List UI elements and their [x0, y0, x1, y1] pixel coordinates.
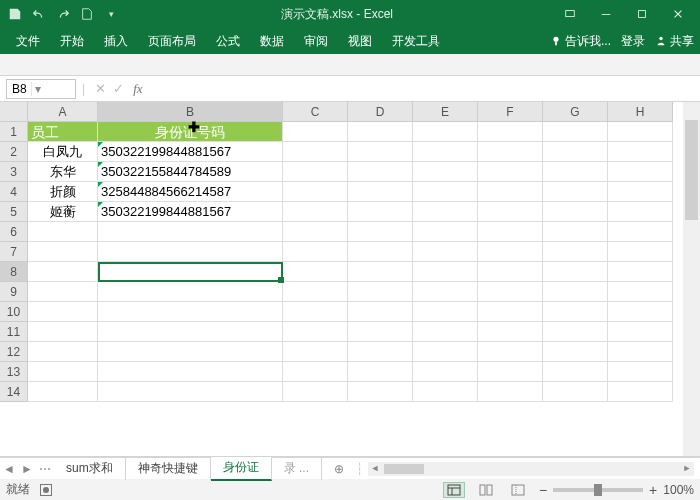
qat-more-icon[interactable]: ▾ — [100, 3, 122, 25]
row-header[interactable]: 1 — [0, 122, 28, 142]
cell[interactable]: 姬蘅 — [28, 202, 98, 222]
sheet-tab[interactable]: 录 ... — [272, 457, 322, 480]
row-header[interactable]: 6 — [0, 222, 28, 242]
name-box-dropdown-icon[interactable]: ▾ — [31, 82, 45, 96]
cell[interactable] — [478, 122, 543, 142]
row-header[interactable]: 13 — [0, 362, 28, 382]
select-all-corner[interactable] — [0, 102, 28, 122]
row-header[interactable]: 12 — [0, 342, 28, 362]
cell[interactable] — [543, 122, 608, 142]
cell[interactable] — [413, 182, 478, 202]
scroll-left-icon[interactable]: ◄ — [368, 462, 382, 476]
cell[interactable]: 350322155844784589 — [98, 162, 283, 182]
undo-icon[interactable] — [28, 3, 50, 25]
cell[interactable] — [608, 162, 673, 182]
row-header[interactable]: 7 — [0, 242, 28, 262]
row-header[interactable]: 5 — [0, 202, 28, 222]
tab-nav-prev-icon[interactable]: ◄ — [0, 462, 18, 476]
row-header[interactable]: 9 — [0, 282, 28, 302]
tab-developer[interactable]: 开发工具 — [382, 28, 450, 54]
share-button[interactable]: 共享 — [655, 33, 694, 50]
row-header[interactable]: 2 — [0, 142, 28, 162]
cell[interactable] — [413, 162, 478, 182]
cell[interactable]: 白凤九 — [28, 142, 98, 162]
cell[interactable] — [283, 122, 348, 142]
cell[interactable]: 325844884566214587 — [98, 182, 283, 202]
tab-nav-more-icon[interactable]: ⋯ — [36, 462, 54, 476]
new-file-icon[interactable] — [76, 3, 98, 25]
cell[interactable] — [543, 142, 608, 162]
cell[interactable] — [283, 182, 348, 202]
redo-icon[interactable] — [52, 3, 74, 25]
view-normal-icon[interactable] — [443, 482, 465, 498]
col-header-E[interactable]: E — [413, 102, 478, 122]
sheet-tab[interactable]: sum求和 — [54, 457, 126, 480]
scroll-thumb[interactable] — [384, 464, 424, 474]
cell[interactable]: 350322199844881567 — [98, 202, 283, 222]
ribbon-options-icon[interactable] — [552, 0, 588, 28]
view-pagebreak-icon[interactable] — [507, 482, 529, 498]
tab-review[interactable]: 审阅 — [294, 28, 338, 54]
col-header-H[interactable]: H — [608, 102, 673, 122]
row-header[interactable]: 3 — [0, 162, 28, 182]
minimize-button[interactable] — [588, 0, 624, 28]
cell[interactable] — [348, 162, 413, 182]
cell[interactable] — [283, 162, 348, 182]
cell[interactable] — [478, 142, 543, 162]
sheet-tab-active[interactable]: 身份证 — [211, 456, 272, 481]
accept-formula-icon[interactable]: ✓ — [109, 81, 127, 96]
vertical-scrollbar[interactable] — [683, 102, 700, 456]
tab-nav-next-icon[interactable]: ► — [18, 462, 36, 476]
view-pagelayout-icon[interactable] — [475, 482, 497, 498]
col-header-D[interactable]: D — [348, 102, 413, 122]
row-header[interactable]: 8 — [0, 262, 28, 282]
cell[interactable]: 员工 — [28, 122, 98, 142]
cell[interactable] — [413, 142, 478, 162]
cell[interactable] — [478, 182, 543, 202]
zoom-out-button[interactable]: − — [539, 482, 547, 498]
col-header-C[interactable]: C — [283, 102, 348, 122]
macro-record-icon[interactable] — [40, 484, 52, 496]
cell[interactable] — [283, 142, 348, 162]
cell[interactable] — [348, 202, 413, 222]
scroll-right-icon[interactable]: ► — [680, 462, 694, 476]
cell[interactable] — [543, 162, 608, 182]
cell[interactable] — [413, 202, 478, 222]
zoom-slider[interactable] — [553, 488, 643, 492]
cell[interactable]: 身份证号码 — [98, 122, 283, 142]
tell-me[interactable]: 告诉我... — [550, 33, 611, 50]
login-link[interactable]: 登录 — [621, 33, 645, 50]
row-header[interactable]: 11 — [0, 322, 28, 342]
cell[interactable] — [543, 202, 608, 222]
cell[interactable] — [413, 122, 478, 142]
col-header-G[interactable]: G — [543, 102, 608, 122]
row-header[interactable]: 14 — [0, 382, 28, 402]
cell[interactable] — [543, 182, 608, 202]
tab-home[interactable]: 开始 — [50, 28, 94, 54]
cancel-formula-icon[interactable]: ✕ — [91, 81, 109, 96]
cell[interactable] — [608, 202, 673, 222]
row-header[interactable]: 10 — [0, 302, 28, 322]
cell[interactable] — [608, 142, 673, 162]
tab-view[interactable]: 视图 — [338, 28, 382, 54]
horizontal-scrollbar[interactable]: ◄ ► — [368, 462, 694, 476]
fx-icon[interactable]: fx — [133, 81, 142, 97]
zoom-in-button[interactable]: + — [649, 482, 657, 498]
cell[interactable] — [348, 142, 413, 162]
cell[interactable] — [348, 122, 413, 142]
col-header-B[interactable]: B — [98, 102, 283, 122]
col-header-F[interactable]: F — [478, 102, 543, 122]
formula-input[interactable] — [143, 79, 700, 99]
tab-formula[interactable]: 公式 — [206, 28, 250, 54]
tab-layout[interactable]: 页面布局 — [138, 28, 206, 54]
cell[interactable] — [608, 182, 673, 202]
save-icon[interactable] — [4, 3, 26, 25]
sheet-tab[interactable]: 神奇快捷键 — [126, 457, 211, 480]
row-header[interactable]: 4 — [0, 182, 28, 202]
name-box[interactable]: B8 ▾ — [6, 79, 76, 99]
cell[interactable] — [283, 202, 348, 222]
zoom-thumb[interactable] — [594, 484, 602, 496]
scroll-thumb[interactable] — [685, 120, 698, 220]
cell[interactable]: 350322199844881567 — [98, 142, 283, 162]
close-button[interactable] — [660, 0, 696, 28]
